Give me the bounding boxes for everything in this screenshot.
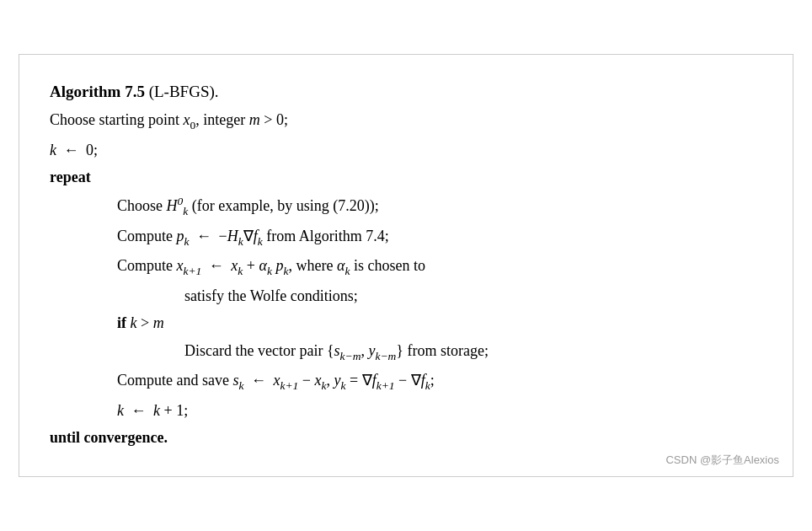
algorithm-name-bold: Algorithm 7.5 [50,83,145,100]
line-until: until convergence. [50,425,762,451]
algorithm-title-rest: (L-BFGS). [145,83,219,100]
line-k-increment: k ← k + 1; [50,398,762,424]
line-k-init: k ← 0; [50,137,762,164]
line-compute-xk1: Compute xk+1 ← xk + αk pk, where αk is c… [50,253,762,282]
line-choose-start: Choose starting point x0, integer m > 0; [50,107,762,136]
line-if-k-gt-m: if k > m [50,310,762,336]
watermark: CSDN @影子鱼Alexios [665,453,779,468]
line-compute-save: Compute and save sk ← xk+1 − xk, yk = ∇f… [50,367,762,396]
line-choose-hk: Choose H0k (for example, by using (7.20)… [50,192,762,222]
line-compute-pk: Compute pk ← −Hk∇fk from Algorithm 7.4; [50,223,762,252]
algorithm-box: Algorithm 7.5 (L-BFGS). Choose starting … [19,54,793,477]
line-wolfe: satisfy the Wolfe conditions; [50,283,762,309]
line-discard: Discard the vector pair {sk−m, yk−m} fro… [50,338,762,367]
algorithm-title: Algorithm 7.5 (L-BFGS). [50,78,762,105]
line-repeat: repeat [50,164,762,190]
